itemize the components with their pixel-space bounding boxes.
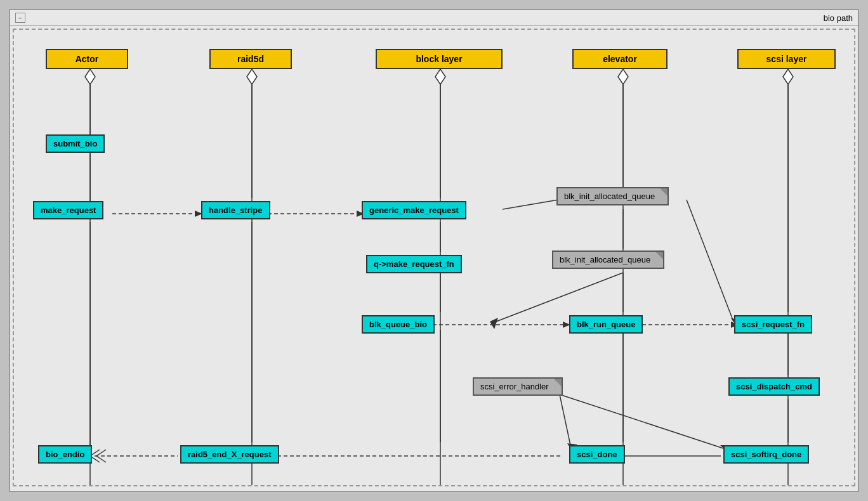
blk-init-allocated-queue-1-box[interactable]: blk_init_allocated_queue [556,187,669,205]
elevator-header: elevator [572,49,667,69]
q-make-request-fn-box[interactable]: q->make_request_fn [366,255,462,273]
minimize-button[interactable]: − [15,13,25,23]
svg-marker-9 [783,69,793,84]
submit-bio-box[interactable]: submit_bio [46,134,105,153]
svg-marker-26 [490,318,498,329]
svg-line-35 [560,394,723,448]
scsi-request-fn-box[interactable]: scsi_request_fn [734,315,812,334]
svg-marker-5 [85,69,95,84]
svg-line-27 [687,200,733,322]
scsi-layer-header: scsi layer [737,49,836,69]
main-window: − bio path [9,9,859,492]
svg-line-33 [560,394,570,445]
actor-header: Actor [46,49,128,69]
window-title: bio path [824,13,853,23]
blk-run-queue-box[interactable]: blk_run_queue [569,315,643,334]
svg-marker-6 [247,69,257,84]
svg-line-23 [503,200,558,209]
scsi-dispatch-cmd-box[interactable]: scsi_dispatch_cmd [728,377,820,396]
scsi-softirq-done-box[interactable]: scsi_softirq_done [723,445,809,464]
raid5-end-x-request-box[interactable]: raid5_end_X_request [180,445,279,464]
title-bar: − bio path [10,10,858,26]
make-request-box[interactable]: make_request [33,201,103,219]
svg-marker-7 [435,69,445,84]
svg-marker-8 [618,69,628,84]
scsi-error-handler-box[interactable]: scsi_error_handler [473,377,563,396]
blk-init-allocated-queue-2-box[interactable]: blk_init_allocated_queue [552,251,664,269]
diagram-area: Actor raid5d block layer elevator scsi l… [13,29,855,486]
svg-line-25 [496,273,623,322]
blk-queue-bio-box[interactable]: blk_queue_bio [362,315,435,334]
scsi-done-box[interactable]: scsi_done [569,445,625,464]
handle-stripe-box[interactable]: handle_stripe [201,201,270,219]
generic-make-request-box[interactable]: generic_make_request [362,201,466,219]
raid5d-header: raid5d [209,49,292,69]
block-layer-header: block layer [376,49,503,69]
bio-endio-box[interactable]: bio_endio [38,445,92,464]
